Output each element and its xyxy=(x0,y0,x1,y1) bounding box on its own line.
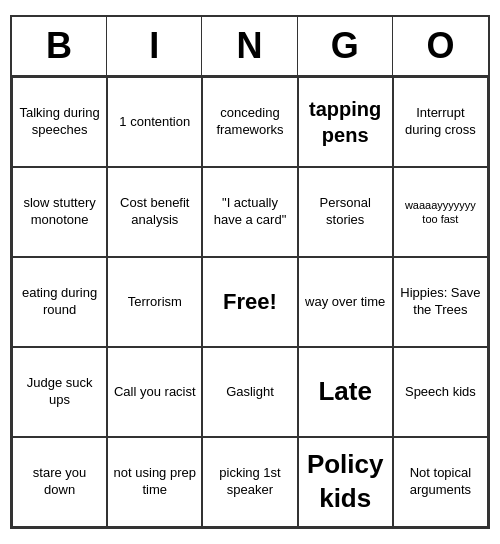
header-letter: N xyxy=(202,17,297,75)
bingo-cell: Gaslight xyxy=(202,347,297,437)
bingo-cell: stare you down xyxy=(12,437,107,527)
bingo-cell: "I actually have a card" xyxy=(202,167,297,257)
bingo-cell: Talking during speeches xyxy=(12,77,107,167)
header-letter: I xyxy=(107,17,202,75)
bingo-cell: Cost benefit analysis xyxy=(107,167,202,257)
bingo-header: BINGO xyxy=(12,17,488,77)
bingo-cell: picking 1st speaker xyxy=(202,437,297,527)
bingo-grid: Talking during speeches1 contentionconce… xyxy=(12,77,488,527)
bingo-cell: waaaayyyyyyy too fast xyxy=(393,167,488,257)
header-letter: O xyxy=(393,17,488,75)
bingo-cell: Not topical arguments xyxy=(393,437,488,527)
header-letter: G xyxy=(298,17,393,75)
bingo-cell: Policy kids xyxy=(298,437,393,527)
bingo-cell: slow stuttery monotone xyxy=(12,167,107,257)
bingo-cell: Hippies: Save the Trees xyxy=(393,257,488,347)
bingo-cell: way over time xyxy=(298,257,393,347)
bingo-cell: Free! xyxy=(202,257,297,347)
bingo-cell: Judge suck ups xyxy=(12,347,107,437)
bingo-cell: conceding frameworks xyxy=(202,77,297,167)
bingo-cell: 1 contention xyxy=(107,77,202,167)
bingo-cell: Speech kids xyxy=(393,347,488,437)
bingo-cell: tapping pens xyxy=(298,77,393,167)
bingo-cell: not using prep time xyxy=(107,437,202,527)
bingo-cell: Interrupt during cross xyxy=(393,77,488,167)
bingo-cell: Terrorism xyxy=(107,257,202,347)
bingo-cell: Call you racist xyxy=(107,347,202,437)
bingo-card: BINGO Talking during speeches1 contentio… xyxy=(10,15,490,529)
bingo-cell: eating during round xyxy=(12,257,107,347)
bingo-cell: Late xyxy=(298,347,393,437)
bingo-cell: Personal stories xyxy=(298,167,393,257)
header-letter: B xyxy=(12,17,107,75)
